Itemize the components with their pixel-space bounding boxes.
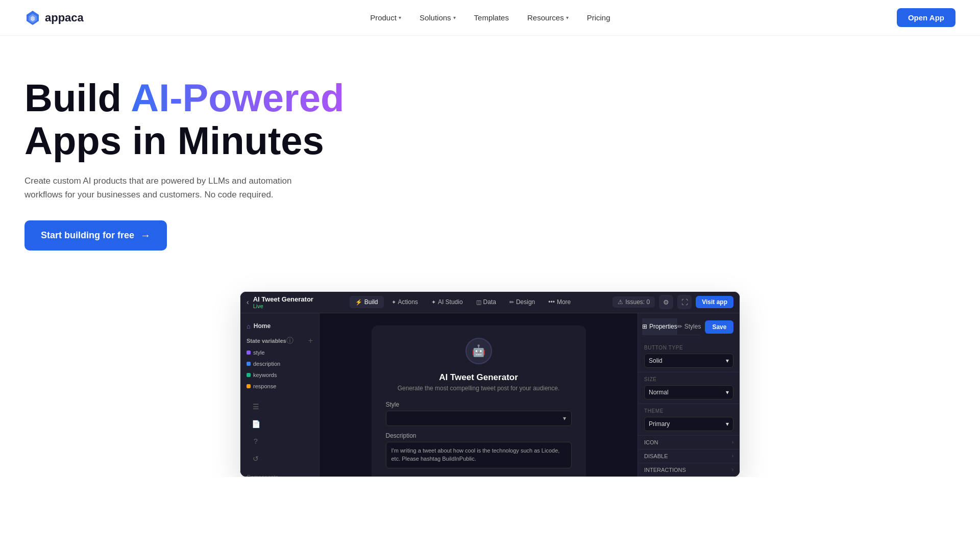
app-canvas: 🤖 AI Tweet Generator Generate the most c…	[320, 313, 638, 477]
cta-button[interactable]: Start building for free →	[24, 220, 167, 251]
sidebar-icon-question: ?	[249, 434, 263, 448]
hero-title: Build AI-Powered Apps in Minutes	[24, 77, 423, 162]
sidebar-home[interactable]: ⌂ Home	[240, 319, 319, 333]
data-icon: ◫	[476, 299, 481, 306]
style-select[interactable]: ▾	[386, 411, 572, 426]
nav-item-resources[interactable]: Resources ▾	[520, 9, 576, 26]
tab-ai-studio-label: AI Studio	[438, 298, 463, 306]
tab-build[interactable]: ⚡ Build	[350, 296, 384, 308]
button-type-section: Button type Solid ▾	[638, 341, 740, 372]
tab-design[interactable]: ✏ Design	[504, 296, 541, 308]
button-type-label: Button type	[644, 345, 733, 350]
sidebar-icon-doc: 📄	[249, 417, 263, 431]
description-textarea[interactable]: I'm writing a tweet about how cool is th…	[386, 442, 572, 468]
app-topbar: ‹ AI Tweet Generator Live ⚡ Build ✦ Acti…	[240, 292, 740, 313]
ai-studio-icon: ✦	[431, 299, 436, 306]
properties-label: Properties	[649, 323, 677, 330]
nav-links: Product ▾ Solutions ▾ Templates Resource…	[363, 9, 617, 26]
settings-icon[interactable]: ⚙	[659, 295, 673, 309]
home-icon: ⌂	[247, 322, 251, 330]
brand-name: appaca	[45, 11, 84, 24]
size-label: Size	[644, 377, 733, 382]
actions-icon: ✦	[391, 299, 396, 306]
description-value: I'm writing a tweet about how cool is th…	[391, 447, 560, 462]
var-dot-description	[247, 362, 251, 366]
fullscreen-icon[interactable]: ⛶	[677, 295, 692, 309]
disable-arrow-icon: ›	[732, 453, 733, 459]
issues-icon: ⚠	[618, 298, 623, 306]
theme-label: Theme	[644, 408, 733, 414]
tab-styles[interactable]: ✏ Styles	[677, 318, 701, 335]
interactions-label: INTERACTIONS	[644, 467, 686, 473]
styles-icon: ✏	[677, 323, 682, 330]
var-dot-response	[247, 384, 251, 388]
properties-icon: ⊞	[642, 323, 647, 330]
interactions-arrow-icon: ›	[732, 467, 733, 472]
tweet-app-title: AI Tweet Generator	[386, 372, 572, 383]
interactions-row[interactable]: INTERACTIONS ›	[638, 463, 740, 477]
button-type-select[interactable]: Solid ▾	[644, 354, 733, 368]
hero-title-gradient: AI-Powered	[131, 76, 344, 119]
nav-item-pricing[interactable]: Pricing	[580, 9, 618, 26]
disable-row[interactable]: DISABLE ›	[638, 449, 740, 463]
tab-design-label: Design	[516, 298, 535, 306]
app-sidebar: ⌂ Home State variables ⓘ + style	[240, 313, 320, 477]
var-description[interactable]: description	[240, 359, 319, 369]
icon-row[interactable]: ICON ›	[638, 436, 740, 449]
open-app-button[interactable]: Open App	[897, 8, 955, 27]
app-topbar-left: ‹ AI Tweet Generator Live	[247, 295, 313, 309]
hero-section: Build AI-Powered Apps in Minutes Create …	[0, 36, 980, 271]
app-live-status: Live	[253, 303, 313, 309]
style-field-label: Style	[386, 401, 572, 408]
tab-actions[interactable]: ✦ Actions	[386, 296, 424, 308]
var-response[interactable]: response	[240, 381, 319, 391]
tab-properties[interactable]: ⊞ Properties	[642, 318, 677, 335]
tab-more[interactable]: ••• More	[543, 296, 576, 308]
nav-item-product[interactable]: Product ▾	[363, 9, 408, 26]
chevron-down-icon: ▾	[399, 15, 401, 20]
app-window: ‹ AI Tweet Generator Live ⚡ Build ✦ Acti…	[240, 291, 740, 477]
nav-item-templates[interactable]: Templates	[467, 9, 516, 26]
button-type-value: Solid	[649, 357, 663, 364]
navbar: appaca Product ▾ Solutions ▾ Templates R…	[0, 0, 980, 36]
visit-app-button[interactable]: Visit app	[696, 296, 733, 308]
build-icon: ⚡	[355, 299, 362, 306]
logo[interactable]: appaca	[24, 10, 84, 26]
disable-label: DISABLE	[644, 453, 668, 459]
tab-data[interactable]: ◫ Data	[471, 296, 502, 308]
app-title-block: AI Tweet Generator Live	[253, 295, 313, 309]
issues-badge: ⚠ Issues: 0	[612, 296, 655, 308]
var-dot-style	[247, 350, 251, 355]
screenshot-section: ‹ AI Tweet Generator Live ⚡ Build ✦ Acti…	[0, 271, 980, 477]
save-button[interactable]: Save	[705, 320, 733, 334]
app-right-panel: ⊞ Properties ✏ Styles Save Button type S…	[638, 313, 740, 477]
back-button[interactable]: ‹	[247, 298, 249, 306]
theme-select[interactable]: Primary ▾	[644, 417, 733, 431]
var-name-keywords: keywords	[253, 372, 277, 378]
var-dot-keywords	[247, 373, 251, 377]
issues-count: Issues: 0	[625, 298, 650, 306]
tab-ai-studio[interactable]: ✦ AI Studio	[426, 296, 469, 308]
button-type-chevron: ▾	[726, 357, 729, 364]
hero-title-rest: Apps in Minutes	[24, 119, 324, 162]
var-name-style: style	[253, 349, 265, 356]
var-keywords[interactable]: keywords	[240, 370, 319, 380]
tweet-app-card: 🤖 AI Tweet Generator Generate the most c…	[372, 325, 586, 477]
nav-item-solutions[interactable]: Solutions ▾	[412, 9, 463, 26]
add-variable-icon[interactable]: +	[308, 336, 313, 345]
panel-header-row: ⊞ Properties ✏ Styles Save	[638, 313, 740, 341]
sidebar-icon-nav: ☰	[249, 399, 263, 414]
state-variables-label: State variables	[247, 338, 286, 344]
var-style[interactable]: style	[240, 347, 319, 358]
var-name-response: response	[253, 383, 276, 389]
back-icon: ‹	[247, 298, 249, 306]
icon-label: ICON	[644, 439, 658, 445]
icon-arrow-icon: ›	[732, 439, 733, 445]
chevron-down-icon: ▾	[566, 15, 569, 20]
app-tabs: ⚡ Build ✦ Actions ✦ AI Studio ◫ Data ✏	[350, 296, 576, 308]
size-select[interactable]: Normal ▾	[644, 385, 733, 399]
tweet-app-subtitle: Generate the most compelling tweet post …	[386, 385, 572, 392]
styles-label: Styles	[684, 323, 701, 330]
tweet-app-logo: 🤖	[386, 338, 572, 364]
sidebar-icon-refresh: ↺	[249, 452, 263, 466]
